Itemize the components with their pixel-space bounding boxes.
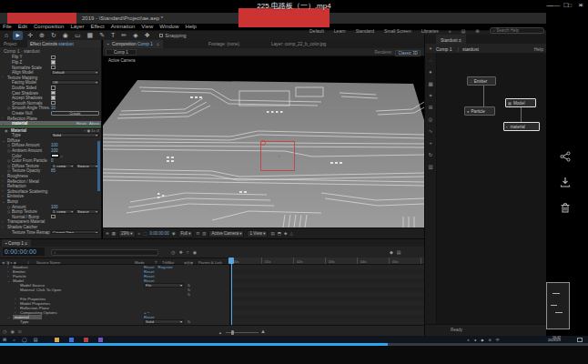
field-node-icon[interactable]: ∿ — [429, 128, 433, 134]
comp-button-icon[interactable]: ▤ — [397, 249, 401, 255]
mask-visibility-icon[interactable]: ⌗ — [138, 231, 141, 236]
view-layout-menu[interactable]: 1 View ▾ — [247, 230, 268, 238]
workspace-panel-icon[interactable]: ▤ — [461, 28, 466, 34]
camera-menu[interactable]: Active Camera ▾ — [208, 230, 244, 238]
frame-blend-icon[interactable]: ❖ — [178, 249, 182, 256]
puppet-tool-icon[interactable]: ❖ — [143, 31, 152, 40]
pixel-aspect-icon[interactable]: ▤ — [270, 231, 274, 236]
menu-edit[interactable]: Edit — [18, 24, 27, 30]
twirl-icon[interactable]: › — [2, 116, 3, 120]
exposure-icon[interactable]: △ — [289, 231, 292, 236]
brush-tool-icon[interactable]: ✏ — [119, 31, 128, 40]
camera-tool-icon[interactable]: ◉ — [61, 31, 70, 40]
dropdown[interactable]: Solid▾ — [144, 319, 184, 323]
zoom-in-icon[interactable]: ▲ — [260, 329, 266, 334]
checkbox[interactable] — [51, 101, 56, 106]
search-icon[interactable]: ⌕ — [13, 337, 15, 342]
mask-tool-icon[interactable]: ▦ — [86, 31, 96, 40]
column-trkmat[interactable]: TrkMat — [162, 260, 174, 265]
download-icon[interactable] — [560, 177, 571, 187]
zoom-tool-icon[interactable]: ⊕ — [37, 31, 46, 40]
color-swatch[interactable] — [51, 154, 59, 157]
expand-layers-icon[interactable]: ◷ — [3, 329, 6, 334]
tray-dot-icon[interactable]: ● — [474, 338, 476, 342]
menu-animation[interactable]: Animation — [111, 24, 136, 30]
particle-node-icon[interactable]: ● — [429, 69, 431, 75]
add-node-icon[interactable]: + — [429, 140, 431, 146]
taskbar-app-app-blue[interactable] — [69, 338, 74, 342]
tab-composition[interactable]: ▪ Composition Comp 1 ≡ — [104, 40, 163, 48]
tab-timeline-comp[interactable]: ▪ Comp 1 ≡ — [2, 239, 31, 247]
viewer-comp-tab[interactable]: Comp 1 — [106, 49, 137, 56]
tab-stardust[interactable]: Stardust ≡ — [436, 35, 466, 44]
dropdown[interactable]: Source▾ — [76, 209, 99, 214]
checkbox[interactable] — [51, 91, 56, 96]
pinned-icon[interactable]: ▤ — [34, 337, 38, 342]
twirl-icon[interactable]: ⌄ — [2, 121, 5, 126]
transparency-grid-icon[interactable]: ⊡ — [196, 231, 199, 236]
map-node-icon[interactable]: ▥ — [428, 164, 432, 169]
renderer-control[interactable]: Renderer: Classic 3D — [374, 50, 421, 56]
workspace-grid-icon[interactable]: ⊞ — [475, 28, 479, 34]
magnification-menu[interactable]: 29% ▾ — [118, 230, 136, 238]
create-null-button[interactable]: Create — [51, 111, 99, 116]
snapping-toggle[interactable]: Snapping — [159, 33, 187, 38]
grid-node-icon[interactable]: ⊞ — [429, 105, 433, 110]
transfer-controls-icon[interactable]: ◉ — [10, 329, 14, 334]
dropdown[interactable]: 1. comp▾ — [51, 164, 75, 168]
twirl-icon[interactable]: ⌄ — [2, 199, 5, 204]
link-about[interactable]: About — [89, 121, 99, 126]
clone-stamp-tool-icon[interactable]: ◈ — [131, 31, 139, 40]
draft-3d-icon[interactable]: ◷ — [171, 249, 175, 256]
graph-editor-icon[interactable]: ◉ — [193, 249, 197, 256]
snapshot-icon[interactable]: ◉ — [172, 231, 176, 236]
comp-marker-icon[interactable]: ◆ — [390, 249, 393, 255]
taskbar-app-app-purple[interactable] — [98, 338, 103, 342]
node-material[interactable]: ◐material — [503, 122, 540, 131]
dropdown[interactable]: File▾ — [144, 283, 184, 287]
replicator-node-icon[interactable]: ↻ — [429, 152, 433, 157]
twirl-icon[interactable]: › — [2, 225, 3, 229]
property-value[interactable]: 30 — [51, 106, 56, 110]
fast-previews-icon[interactable]: ⬒ — [278, 231, 281, 236]
sphere-node-icon[interactable]: ◎ — [429, 116, 433, 122]
emitter-node-icon[interactable]: ∴ — [429, 57, 432, 63]
twirl-icon[interactable]: › — [2, 75, 3, 79]
help-link[interactable]: Help — [534, 46, 543, 52]
menu-layer[interactable]: Layer — [70, 24, 84, 30]
selection-box[interactable] — [260, 141, 295, 171]
reset-icon[interactable]: ↻ — [188, 319, 190, 324]
checkbox[interactable] — [51, 96, 56, 100]
property-value[interactable]: 100 — [51, 143, 58, 147]
twirl-icon[interactable]: ⌄ — [2, 138, 5, 143]
tab-footage[interactable]: Footage: (none) — [208, 42, 239, 46]
in-out-icon[interactable]: ⊙ — [18, 329, 22, 334]
chevron-up-icon[interactable]: ∧ — [467, 338, 470, 342]
panel-menu-icon[interactable]: ≡ — [157, 42, 159, 46]
viewport[interactable]: Active Camera — [103, 56, 424, 228]
column-mode[interactable]: Mode — [135, 260, 145, 265]
workspace-learn[interactable]: Learn — [334, 28, 346, 34]
link-reset[interactable]: Reset — [76, 121, 86, 126]
taskbar-app-app-red[interactable] — [84, 338, 88, 342]
workspace-small-screen[interactable]: Small Screen — [384, 28, 411, 34]
zoom-handle[interactable] — [231, 330, 234, 335]
hand-tool-icon[interactable]: ✛ — [25, 31, 35, 40]
checkbox[interactable] — [51, 56, 56, 60]
menu-composition[interactable]: Composition — [34, 24, 64, 30]
node-model[interactable]: ▦Model — [505, 98, 536, 107]
twirl-icon[interactable]: › — [2, 219, 3, 224]
taskbar-clock[interactable]: 16:42 2019/5/9 — [533, 337, 561, 343]
property-value[interactable]: 100 — [51, 148, 58, 153]
tab-layer[interactable]: Layer: comp_22_b_color.jpg — [271, 42, 326, 46]
region-of-interest-icon[interactable]: ⬚ — [143, 231, 147, 236]
menu-view[interactable]: View — [141, 24, 153, 30]
maximize-icon[interactable]: □ — [563, 1, 568, 9]
checkbox[interactable] — [51, 86, 56, 90]
current-time-indicator[interactable] — [231, 258, 232, 325]
timeline-search-input[interactable]: ⌕ — [51, 249, 158, 256]
twirl-icon[interactable]: › — [2, 188, 3, 193]
menu-file[interactable]: File — [3, 24, 12, 30]
taskbar-app-explorer[interactable] — [55, 338, 59, 342]
twirl-icon[interactable]: › — [2, 184, 3, 188]
